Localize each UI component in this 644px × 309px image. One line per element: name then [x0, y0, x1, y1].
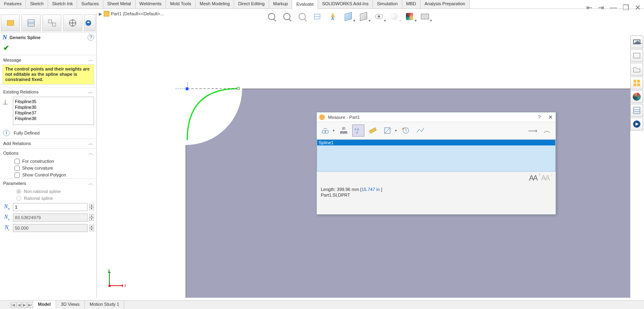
edit-appearance-icon[interactable]: ▼: [404, 11, 415, 22]
relation-item[interactable]: Fitspline36: [15, 104, 92, 110]
breadcrumb-part[interactable]: Part1 (Default<<Default>...: [111, 11, 164, 16]
tab-surfaces[interactable]: Surfaces: [77, 0, 103, 8]
dynamic-annotation-icon[interactable]: A: [328, 11, 338, 22]
tab-simulation[interactable]: Simulation: [373, 0, 402, 8]
custom-props-pane-icon[interactable]: [630, 104, 643, 117]
spline-endpoint[interactable]: [186, 87, 188, 90]
units-toggle[interactable]: inmm: [338, 124, 350, 137]
tab-analysis-prep[interactable]: Analysis Preparation: [420, 0, 470, 8]
minimize-icon[interactable]: —: [610, 3, 617, 12]
dimxpert-tab[interactable]: [63, 15, 82, 31]
point-to-point-icon[interactable]: [367, 124, 379, 137]
resources-pane-icon[interactable]: [630, 49, 643, 62]
tab-direct-editing[interactable]: Direct Editing: [234, 0, 269, 8]
close-window-icon[interactable]: ✕: [635, 3, 641, 12]
option-curvature[interactable]: Show curvature: [0, 165, 96, 172]
view-palette-pane-icon[interactable]: [630, 77, 643, 89]
display-style-icon[interactable]: ▼: [358, 11, 369, 22]
svg-rect-10: [48, 20, 52, 23]
measure-help-icon[interactable]: ?: [538, 114, 541, 120]
zoom-fit-icon[interactable]: [266, 11, 277, 22]
collapse-add-icon[interactable]: ︿: [88, 140, 93, 147]
message-header: Message ︿: [0, 55, 96, 64]
bottom-tab-motion[interactable]: Motion Study 1: [85, 301, 124, 309]
help-icon[interactable]: ?: [88, 34, 94, 41]
tab-sheet-metal[interactable]: Sheet Metal: [103, 0, 136, 8]
construction-checkbox[interactable]: [15, 159, 20, 164]
tab-sketch[interactable]: Sketch: [26, 0, 48, 8]
breadcrumb-arrow-icon[interactable]: ▶: [99, 12, 102, 16]
relation-item[interactable]: Fitspline35: [15, 99, 92, 104]
arc-measure-icon[interactable]: [319, 124, 331, 137]
tab-mold-tools[interactable]: Mold Tools: [166, 0, 195, 8]
home-pane-icon[interactable]: [630, 35, 643, 48]
add-relations-label: Add Relations: [3, 141, 31, 146]
projected-icon[interactable]: [381, 124, 393, 137]
spline-endpoint[interactable]: [237, 87, 240, 90]
projected-dropdown-icon[interactable]: ▼: [394, 129, 397, 133]
measure-results: Length: 399.96 mm [15.747 in ] Part1.SLD…: [317, 185, 556, 214]
selection-item[interactable]: Spline1: [317, 140, 555, 145]
svg-point-17: [322, 130, 325, 133]
section-view-icon[interactable]: [312, 11, 323, 22]
tab-features[interactable]: Features: [0, 0, 26, 8]
tab-markup[interactable]: Markup: [269, 0, 293, 8]
add-relations-header: Add Relations ︿: [0, 139, 96, 148]
relation-item[interactable]: Fitspline37: [15, 110, 92, 116]
xyz-measure-icon[interactable]: x yz: [352, 124, 364, 137]
collapse-measure-icon[interactable]: ︿: [541, 124, 553, 137]
next-doc-icon[interactable]: ⇥: [598, 3, 604, 12]
property-tab[interactable]: [21, 15, 40, 31]
collapse-params-icon[interactable]: ︿: [88, 180, 93, 187]
measure-dialog[interactable]: Measure - Part1 ? ✕ ▼ inmm x yz ▼ ⟿ ︿ Sp…: [316, 112, 556, 215]
collapse-options-icon[interactable]: ︿: [88, 150, 93, 157]
option-polygon[interactable]: Show Control Polygon: [0, 172, 96, 178]
appearance-icon[interactable]: ▼: [389, 11, 399, 22]
tab-mesh-modeling[interactable]: Mesh Modeling: [196, 0, 234, 8]
relations-list[interactable]: Fitspline35 Fitspline36 Fitspline37 Fits…: [13, 97, 94, 125]
increase-font-icon[interactable]: A↑A: [529, 174, 537, 182]
collapse-message-icon[interactable]: ︿: [88, 56, 93, 63]
measure-close-icon[interactable]: ✕: [548, 114, 553, 121]
hide-show-icon[interactable]: ▼: [374, 11, 384, 22]
tab-nav-controls[interactable]: I◀◀▶▶I: [10, 301, 33, 309]
option-construction[interactable]: For construction: [0, 158, 96, 165]
appearances-pane-icon[interactable]: [630, 90, 643, 103]
param-n-input[interactable]: [13, 203, 88, 211]
prev-doc-icon[interactable]: ⇤: [586, 3, 592, 12]
param-w-input: [13, 224, 88, 232]
curvature-checkbox[interactable]: [15, 166, 20, 171]
pm-title: Generic Spline: [10, 35, 41, 40]
apply-scene-icon[interactable]: ▼: [420, 11, 430, 22]
relation-item[interactable]: Fitspline38: [15, 116, 92, 121]
tab-addins[interactable]: SOLIDWORKS Add-Ins: [318, 0, 373, 8]
ok-check-icon[interactable]: ✔: [3, 44, 9, 52]
collapse-relations-icon[interactable]: ︿: [88, 89, 93, 95]
maximize-icon[interactable]: ❐: [623, 3, 629, 12]
pin-icon[interactable]: ⟿: [527, 124, 539, 137]
measure-selection-list[interactable]: Spline1: [317, 139, 556, 172]
history-icon[interactable]: [400, 124, 412, 137]
tab-mbd[interactable]: MBD: [402, 0, 420, 8]
bottom-tab-3dviews[interactable]: 3D Views: [56, 301, 85, 309]
sensor-icon[interactable]: [414, 124, 427, 137]
arc-dropdown-icon[interactable]: ▼: [332, 129, 335, 133]
measure-titlebar[interactable]: Measure - Part1 ? ✕: [317, 112, 556, 122]
param-n-spinner[interactable]: ▲▼: [89, 204, 94, 210]
file-explorer-pane-icon[interactable]: [630, 63, 643, 76]
feature-tree-tab[interactable]: [1, 15, 20, 31]
length-in-value: 15.747 in: [362, 187, 381, 192]
tab-sketch-ink[interactable]: Sketch Ink: [48, 0, 77, 8]
forum-pane-icon[interactable]: [630, 118, 643, 131]
decrease-font-icon[interactable]: A↓A: [541, 174, 549, 182]
prev-view-icon[interactable]: [297, 11, 307, 22]
tab-weldments[interactable]: Weldments: [136, 0, 166, 8]
tab-evaluate[interactable]: Evaluate: [292, 0, 318, 9]
config-tab[interactable]: [42, 15, 61, 31]
view-orientation-icon[interactable]: ▼: [343, 11, 353, 22]
polygon-checkbox[interactable]: [15, 172, 20, 178]
zoom-area-icon[interactable]: [282, 11, 292, 22]
bottom-tab-model[interactable]: Model: [33, 301, 56, 309]
overflow-tab[interactable]: [84, 15, 96, 31]
svg-rect-11: [52, 23, 56, 26]
